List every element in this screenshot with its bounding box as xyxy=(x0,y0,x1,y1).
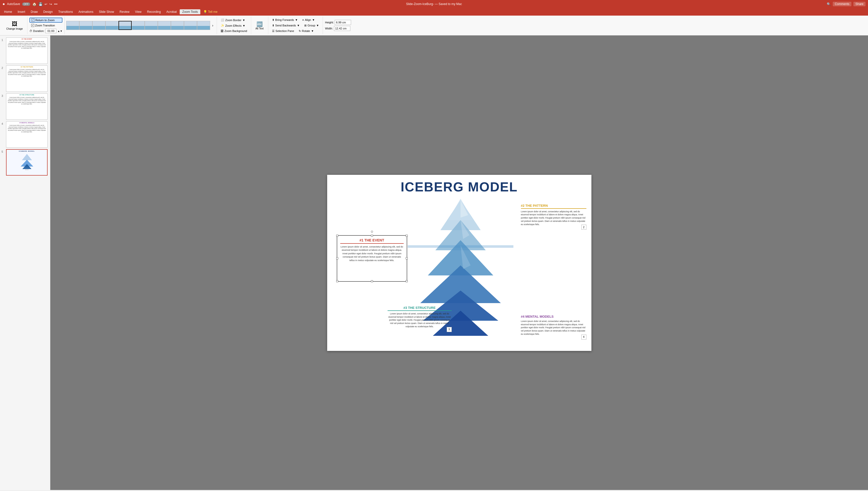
menu-transitions[interactable]: Transitions xyxy=(56,9,75,15)
handle-tr[interactable] xyxy=(406,235,408,237)
align-button[interactable]: ≡ Align ▼ xyxy=(301,18,316,22)
slide-thumb-4[interactable]: 4 #4 MENTAL MODELS Lorem ipsum dolor sit… xyxy=(1,121,49,148)
slide-thumb-2[interactable]: 2 #2 THE PATTERN Lorem ipsum dolor sit a… xyxy=(1,65,49,92)
duration-row: ⏱ Duration: ▲▼ xyxy=(29,29,62,33)
canvas-area: ICEBERG MODEL xyxy=(50,35,868,490)
duration-input[interactable] xyxy=(45,29,56,33)
duration-stepper[interactable]: ▲▼ xyxy=(57,30,62,32)
titlebar-right: 🔍 Comments Share xyxy=(827,2,866,6)
strip-more-button[interactable]: › xyxy=(210,21,215,30)
menu-slideshow[interactable]: Slide Show xyxy=(96,9,116,15)
ribbon-group-size: Height: Width: xyxy=(323,17,353,34)
send-backwards-row: ⬇ Send Backwards ▼ ⊞ Group ▼ xyxy=(270,23,321,28)
zoom-effects-row: ✨ Zoom Effects ▼ xyxy=(219,23,249,28)
rotate-dropdown[interactable]: ▼ xyxy=(311,29,314,32)
slide-preview-5: ICEBERG MODEL ● ● ● ● xyxy=(6,149,48,176)
menu-animations[interactable]: Animations xyxy=(76,9,96,15)
strip-slide-6[interactable] xyxy=(132,21,145,30)
comments-button[interactable]: Comments xyxy=(833,2,851,6)
strip-slide-2[interactable] xyxy=(79,21,92,30)
ribbon-group-slides-strip: › xyxy=(65,17,217,34)
menu-tell-me[interactable]: 💡 Tell me xyxy=(201,9,220,15)
strip-slide-5-selected[interactable] xyxy=(118,21,132,30)
height-label: Height: xyxy=(325,21,334,24)
group-dropdown[interactable]: ▼ xyxy=(316,24,319,27)
bring-forwards-dropdown[interactable]: ▼ xyxy=(295,18,298,21)
handle-bl[interactable] xyxy=(336,280,338,282)
handle-mr[interactable] xyxy=(406,257,408,259)
ribbon: 🖼 Change Image ✓ Return to Zoom ✓ Zoom T… xyxy=(0,16,868,35)
zoom-background-button[interactable]: 🖼 Zoom Background xyxy=(219,29,249,33)
bring-forwards-button[interactable]: ⬆ Bring Forwards ▼ xyxy=(270,18,300,22)
handle-br[interactable] xyxy=(406,280,408,282)
menu-bar: Home Insert Draw Design Transitions Anim… xyxy=(0,8,868,16)
slide-preview-3: #3 THE STRUCTURE Lorem ipsum dolor sit a… xyxy=(6,93,48,120)
zoom-effects-dropdown[interactable]: ▼ xyxy=(243,24,245,27)
menu-review[interactable]: Review xyxy=(117,9,132,15)
change-image-button[interactable]: 🖼 Change Image xyxy=(4,20,25,31)
selection-pane-button[interactable]: ☰ Selection Pane xyxy=(270,29,296,33)
rotate-button[interactable]: ↻ Rotate ▼ xyxy=(297,29,316,33)
zoom-border-dropdown[interactable]: ▼ xyxy=(242,19,245,22)
strip-slide-3[interactable] xyxy=(92,21,106,30)
strip-slide-7[interactable] xyxy=(145,21,158,30)
search-icon[interactable]: 🔍 xyxy=(827,2,831,6)
height-input[interactable] xyxy=(335,20,351,25)
send-backwards-icon: ⬇ xyxy=(272,24,274,27)
zoom-effects-button[interactable]: ✨ Zoom Effects ▼ xyxy=(219,23,247,28)
return-zoom-checkbox: ✓ xyxy=(31,19,34,22)
badge-4: 4 xyxy=(581,335,586,340)
menu-home[interactable]: Home xyxy=(1,9,15,15)
strip-slide-1[interactable] xyxy=(66,21,79,30)
pattern-heading: #2 THE PATTERN xyxy=(521,204,586,209)
menu-draw[interactable]: Draw xyxy=(28,9,40,15)
slide-preview-2: #2 THE PATTERN Lorem ipsum dolor sit ame… xyxy=(6,65,48,92)
structure-body: Lorem ipsum dolor sit amet, consectetur … xyxy=(388,312,452,328)
width-input[interactable] xyxy=(334,26,350,31)
autosave-toggle[interactable]: OFF xyxy=(22,2,30,6)
menu-design[interactable]: Design xyxy=(41,9,55,15)
slides-panel: 1 #1 THE EVENT Lorem ipsum dolor sit ame… xyxy=(0,35,50,490)
zoom-transition-button[interactable]: ✓ Zoom Transition xyxy=(29,23,62,28)
strip-slide-10[interactable] xyxy=(184,21,197,30)
svg-rect-10 xyxy=(408,245,513,248)
menu-acrobat[interactable]: Acrobat xyxy=(164,9,179,15)
send-backwards-dropdown[interactable]: ▼ xyxy=(297,24,300,27)
group-button[interactable]: ⊞ Group ▼ xyxy=(303,23,320,28)
width-label: Width: xyxy=(325,27,333,30)
slide-thumb-1[interactable]: 1 #1 THE EVENT Lorem ipsum dolor sit ame… xyxy=(1,37,49,64)
handle-tc[interactable] xyxy=(371,235,373,237)
share-button[interactable]: Share xyxy=(853,2,866,6)
handle-ml[interactable] xyxy=(336,257,338,259)
clock-icon: ⏱ xyxy=(29,29,32,32)
more-icon[interactable]: ••• xyxy=(54,2,58,6)
zoom-border-button[interactable]: ⬜ Zoom Border ▼ xyxy=(219,18,247,22)
menu-insert[interactable]: Insert xyxy=(15,9,28,15)
redo-icon[interactable]: ↪ xyxy=(49,2,52,6)
title-bar: ● AutoSave OFF 🏠 💾 ↩ ↪ ••• Slide-Zoom-Ic… xyxy=(0,0,868,8)
zoom-effects-icon: ✨ xyxy=(221,24,224,27)
rotate-handle[interactable] xyxy=(371,231,373,233)
strip-slide-4[interactable] xyxy=(106,21,118,30)
zoom-transition-checkbox: ✓ xyxy=(31,24,34,27)
save-icon[interactable]: 💾 xyxy=(38,2,43,6)
menu-view[interactable]: View xyxy=(132,9,144,15)
menu-recording[interactable]: Recording xyxy=(144,9,163,15)
alt-text-button[interactable]: 🔤 Alt Text xyxy=(253,20,266,31)
slide-thumb-3[interactable]: 3 #3 THE STRUCTURE Lorem ipsum dolor sit… xyxy=(1,93,49,120)
home-icon[interactable]: 🏠 xyxy=(32,2,36,6)
return-to-zoom-button[interactable]: ✓ Return to Zoom xyxy=(29,18,62,23)
window-controls[interactable]: ● xyxy=(2,2,5,6)
strip-slide-11[interactable] xyxy=(197,21,210,30)
slide-thumb-5[interactable]: 5 ICEBERG MODEL ● ● ● ● xyxy=(1,149,49,176)
menu-zoom-tools[interactable]: Zoom Tools xyxy=(180,9,200,15)
undo-icon[interactable]: ↩ xyxy=(45,2,47,6)
height-row: Height: xyxy=(325,20,351,25)
zoom-selection-box[interactable]: #1 THE EVENT Lorem ipsum dolor sit amet,… xyxy=(337,235,407,282)
strip-slide-9[interactable] xyxy=(171,21,184,30)
send-backwards-button[interactable]: ⬇ Send Backwards ▼ xyxy=(270,23,302,28)
strip-slide-8[interactable] xyxy=(158,21,171,30)
handle-bc[interactable] xyxy=(371,280,373,282)
handle-tl[interactable] xyxy=(336,235,338,237)
align-dropdown[interactable]: ▼ xyxy=(312,18,315,21)
